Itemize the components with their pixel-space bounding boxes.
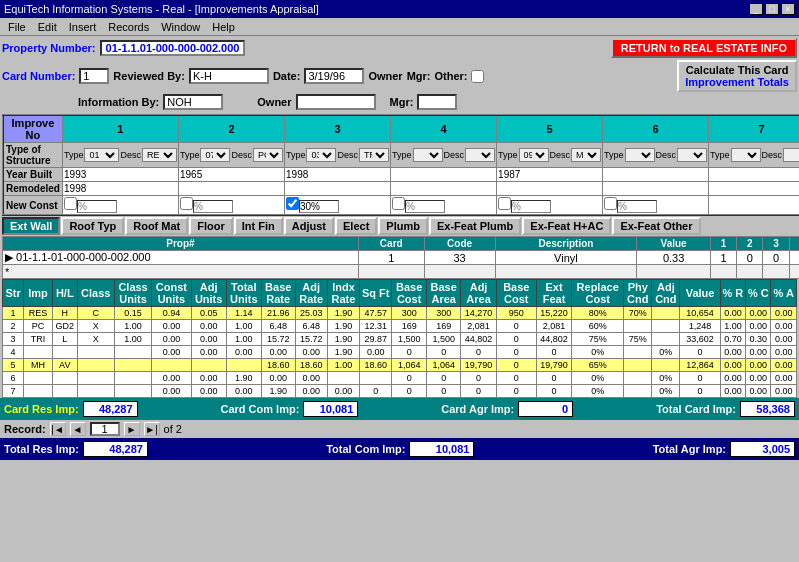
desc-6-select[interactable] bbox=[677, 148, 707, 162]
type-col-7[interactable]: Type Desc bbox=[709, 143, 799, 168]
tab-roof-typ[interactable]: Roof Typ bbox=[61, 217, 124, 235]
reviewed-input[interactable] bbox=[189, 68, 269, 84]
info-by-input[interactable] bbox=[163, 94, 223, 110]
new-4[interactable] bbox=[391, 196, 497, 216]
year-1[interactable] bbox=[62, 168, 178, 182]
year-3-input[interactable] bbox=[286, 169, 389, 180]
type-7-select[interactable] bbox=[731, 148, 761, 162]
tab-roof-mat[interactable]: Roof Mat bbox=[125, 217, 188, 235]
new-2[interactable] bbox=[178, 196, 284, 216]
desc-7-select[interactable] bbox=[783, 148, 799, 162]
tab-ex-feat-plumb[interactable]: Ex-Feat Plumb bbox=[429, 217, 521, 235]
new-7[interactable] bbox=[709, 196, 799, 216]
tab-plumb[interactable]: Plumb bbox=[378, 217, 428, 235]
nc-4-chk[interactable] bbox=[392, 197, 405, 210]
new-6[interactable] bbox=[603, 196, 709, 216]
remod-3[interactable] bbox=[284, 182, 390, 196]
remod-1[interactable] bbox=[62, 182, 178, 196]
nc-6-val[interactable] bbox=[617, 200, 657, 213]
grid-row-star[interactable]: * bbox=[3, 265, 800, 279]
title-buttons[interactable]: _ □ × bbox=[749, 3, 795, 15]
tab-elect[interactable]: Elect bbox=[335, 217, 377, 235]
table-row[interactable]: 3TRILX1.000.000.001.0015.7215.721.9029.8… bbox=[3, 333, 797, 346]
nc-3-chk[interactable] bbox=[286, 197, 299, 210]
menu-insert[interactable]: Insert bbox=[63, 20, 103, 34]
type-col-2[interactable]: Type07 DescPC bbox=[178, 143, 284, 168]
type-4-select[interactable] bbox=[413, 148, 443, 162]
grid-row-pointer[interactable]: ▶ 01-1.1-01-000-000-002.000 1 33 Vinyl 0… bbox=[3, 251, 800, 265]
table-row[interactable]: 60.000.001.900.000.00000000%0%00.000.000… bbox=[3, 372, 797, 385]
desc-2-select[interactable]: PC bbox=[253, 148, 283, 162]
minimize-btn[interactable]: _ bbox=[749, 3, 763, 15]
table-row[interactable]: 5MHAV18.6018.601.0018.601,0641,06419,790… bbox=[3, 359, 797, 372]
nc-2-val[interactable] bbox=[193, 200, 233, 213]
new-5[interactable] bbox=[497, 196, 603, 216]
remod-2[interactable] bbox=[178, 182, 284, 196]
type-6-select[interactable] bbox=[625, 148, 655, 162]
calc-btn[interactable]: Calculate This Card Improvement Totals bbox=[677, 60, 797, 92]
owner-input[interactable] bbox=[296, 94, 376, 110]
tab-floor[interactable]: Floor bbox=[189, 217, 233, 235]
type-2-select[interactable]: 07 bbox=[200, 148, 230, 162]
remod-4[interactable] bbox=[391, 182, 497, 196]
return-btn[interactable]: RETURN to REAL ESTATE INFO bbox=[611, 38, 797, 58]
menu-window[interactable]: Window bbox=[155, 20, 206, 34]
year-2-input[interactable] bbox=[180, 169, 283, 180]
type-1-select[interactable]: 01 bbox=[84, 148, 119, 162]
menu-help[interactable]: Help bbox=[206, 20, 241, 34]
nc-3-val[interactable] bbox=[299, 200, 339, 213]
menu-records[interactable]: Records bbox=[102, 20, 155, 34]
date-input[interactable] bbox=[304, 68, 364, 84]
table-row[interactable]: 70.000.000.001.900.000.000000000%0%00.00… bbox=[3, 385, 797, 398]
year-5-input[interactable] bbox=[498, 169, 601, 180]
year-7[interactable] bbox=[709, 168, 799, 182]
type-col-4[interactable]: Type Desc bbox=[391, 143, 497, 168]
nc-2-chk[interactable] bbox=[180, 197, 193, 210]
record-current[interactable] bbox=[90, 422, 120, 436]
nc-1-chk[interactable] bbox=[64, 197, 77, 210]
nc-6-chk[interactable] bbox=[604, 197, 617, 210]
nav-last[interactable]: ►| bbox=[144, 422, 160, 436]
remod-6[interactable] bbox=[603, 182, 709, 196]
maximize-btn[interactable]: □ bbox=[765, 3, 779, 15]
tab-ex-feat-hac[interactable]: Ex-Feat H+AC bbox=[522, 217, 611, 235]
table-row[interactable]: 40.000.000.000.000.001.900.00000000%0%00… bbox=[3, 346, 797, 359]
type-5-select[interactable]: 09 bbox=[519, 148, 549, 162]
desc-1-select[interactable]: RES bbox=[142, 148, 177, 162]
year-3[interactable] bbox=[284, 168, 390, 182]
close-btn[interactable]: × bbox=[781, 3, 795, 15]
card-number-input[interactable] bbox=[79, 68, 109, 84]
tab-adjust[interactable]: Adjust bbox=[284, 217, 334, 235]
type-col-3[interactable]: Type03 DescTRI bbox=[284, 143, 390, 168]
new-3[interactable] bbox=[284, 196, 390, 216]
other-checkbox[interactable] bbox=[471, 70, 484, 83]
nc-1-val[interactable] bbox=[77, 200, 117, 213]
nc-5-val[interactable] bbox=[511, 200, 551, 213]
tab-ext-wall[interactable]: Ext Wall bbox=[2, 217, 60, 235]
year-1-input[interactable] bbox=[64, 169, 177, 180]
type-col-5[interactable]: Type09 DescMH bbox=[497, 143, 603, 168]
desc-3-select[interactable]: TRI bbox=[359, 148, 389, 162]
type-col-6[interactable]: Type Desc bbox=[603, 143, 709, 168]
desc-4-select[interactable] bbox=[465, 148, 495, 162]
nc-5-chk[interactable] bbox=[498, 197, 511, 210]
type-col-1[interactable]: Type01 DescRES bbox=[62, 143, 178, 168]
remod-7[interactable] bbox=[709, 182, 799, 196]
table-row[interactable]: 2PCGD2X1.000.000.001.006.486.481.9012.31… bbox=[3, 320, 797, 333]
nc-4-val[interactable] bbox=[405, 200, 445, 213]
desc-5-select[interactable]: MH bbox=[571, 148, 601, 162]
mgr-input[interactable] bbox=[417, 94, 457, 110]
menu-file[interactable]: File bbox=[2, 20, 32, 34]
remod-1-input[interactable] bbox=[64, 183, 177, 194]
nav-next[interactable]: ► bbox=[124, 422, 140, 436]
nav-first[interactable]: |◄ bbox=[50, 422, 66, 436]
tab-ex-feat-other[interactable]: Ex-Feat Other bbox=[612, 217, 700, 235]
type-3-select[interactable]: 03 bbox=[306, 148, 336, 162]
year-2[interactable] bbox=[178, 168, 284, 182]
remod-5[interactable] bbox=[497, 182, 603, 196]
table-row[interactable]: 1RESHC0.150.940.051.1421.9625.031.9047.5… bbox=[3, 307, 797, 320]
nav-prev[interactable]: ◄ bbox=[70, 422, 86, 436]
year-5[interactable] bbox=[497, 168, 603, 182]
year-6[interactable] bbox=[603, 168, 709, 182]
tab-int-fin[interactable]: Int Fin bbox=[234, 217, 283, 235]
